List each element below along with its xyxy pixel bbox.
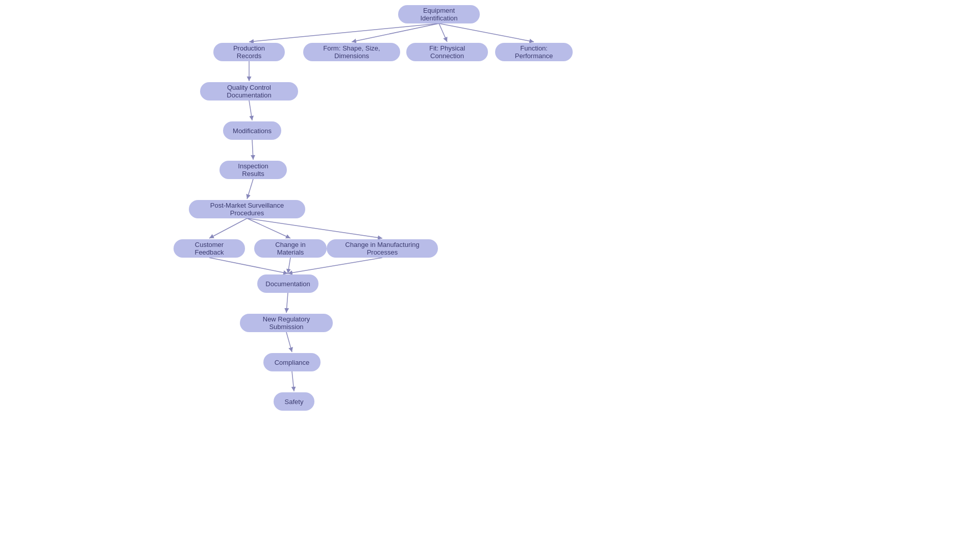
svg-line-7 [252, 140, 253, 160]
svg-line-16 [286, 332, 292, 352]
new-regulatory-node[interactable]: New Regulatory Submission [240, 314, 333, 332]
diagram-container: Equipment IdentificationProduction Recor… [0, 0, 980, 551]
inspection-results-node[interactable]: Inspection Results [219, 161, 287, 179]
svg-line-14 [288, 258, 382, 273]
change-manufacturing-node[interactable]: Change in Manufacturing Processes [327, 239, 438, 258]
svg-line-3 [439, 23, 447, 42]
post-market-node[interactable]: Post-Market Surveillance Procedures [189, 200, 305, 218]
equipment-identification-node[interactable]: Equipment Identification [398, 5, 480, 23]
documentation-node[interactable]: Documentation [257, 274, 318, 293]
svg-line-13 [288, 258, 290, 273]
svg-line-8 [247, 179, 253, 199]
svg-line-17 [292, 371, 294, 391]
compliance-node[interactable]: Compliance [263, 353, 321, 371]
form-shape-node[interactable]: Form: Shape, Size, Dimensions [303, 43, 400, 61]
svg-line-1 [249, 23, 439, 42]
safety-node[interactable]: Safety [274, 392, 314, 411]
svg-line-2 [352, 23, 439, 42]
modifications-node[interactable]: Modifications [223, 121, 281, 140]
production-records-node[interactable]: Production Records [213, 43, 285, 61]
quality-control-node[interactable]: Quality Control Documentation [200, 82, 298, 101]
customer-feedback-node[interactable]: Customer Feedback [174, 239, 245, 258]
svg-line-10 [247, 218, 290, 238]
fit-physical-node[interactable]: Fit: Physical Connection [406, 43, 488, 61]
svg-line-9 [209, 218, 247, 238]
change-materials-node[interactable]: Change in Materials [254, 239, 327, 258]
svg-line-11 [247, 218, 382, 238]
function-performance-node[interactable]: Function: Performance [495, 43, 573, 61]
arrows-svg [0, 0, 980, 551]
svg-line-4 [439, 23, 534, 42]
svg-line-12 [209, 258, 288, 273]
svg-line-6 [249, 101, 252, 120]
svg-line-15 [286, 293, 288, 313]
